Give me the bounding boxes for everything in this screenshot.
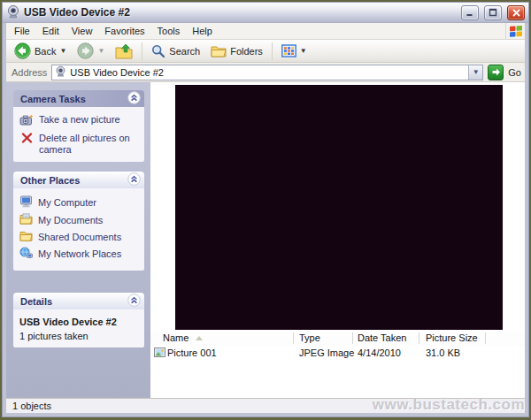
- back-button[interactable]: Back ▼: [10, 41, 71, 62]
- place-label[interactable]: My Network Places: [38, 248, 121, 260]
- folders-label: Folders: [230, 46, 263, 57]
- forward-dropdown-caret[interactable]: ▼: [97, 48, 104, 55]
- views-dropdown-caret[interactable]: ▼: [300, 48, 307, 55]
- address-camera-icon: [55, 65, 66, 79]
- go-label: Go: [508, 67, 521, 78]
- camera-preview: [175, 85, 503, 330]
- cell-date-taken: 4/14/2010: [358, 347, 401, 358]
- column-separator[interactable]: [485, 332, 486, 344]
- link-my-network-places[interactable]: My Network Places: [19, 247, 141, 262]
- folders-button[interactable]: Folders: [206, 41, 267, 62]
- forward-arrow-icon: [77, 42, 94, 59]
- documents-folder-icon: [19, 213, 33, 227]
- forward-button[interactable]: ▼: [73, 41, 109, 62]
- camera-icon: [19, 114, 34, 126]
- camera-tasks-header[interactable]: Camera Tasks: [13, 90, 144, 107]
- column-header-picture-size[interactable]: Picture Size: [426, 332, 478, 343]
- column-separator[interactable]: [293, 332, 294, 344]
- address-value: USB Video Device #2: [70, 67, 164, 78]
- maximize-button[interactable]: [484, 5, 502, 20]
- folders-icon: [211, 44, 227, 57]
- place-label[interactable]: Shared Documents: [38, 232, 121, 243]
- sort-ascending-icon: [196, 336, 203, 340]
- go-button[interactable]: [488, 65, 504, 80]
- menu-help[interactable]: Help: [186, 23, 219, 39]
- toolbar-separator: [142, 42, 142, 60]
- address-bar: Address USB Video Device #2 ▼: [6, 63, 525, 82]
- views-grid-icon: [281, 44, 296, 57]
- toolbar-separator: [272, 42, 273, 60]
- column-separator[interactable]: [352, 332, 353, 344]
- menu-favorites[interactable]: Favorites: [98, 23, 150, 39]
- search-button[interactable]: Search: [147, 41, 204, 62]
- go-arrow-icon: [491, 67, 501, 77]
- picture-file-icon: [154, 347, 165, 359]
- menu-bar: File Edit View Favorites Tools Help: [6, 23, 525, 40]
- watermark-text: www.bustatech.com: [373, 396, 525, 414]
- other-places-panel: Other Places: [13, 172, 144, 271]
- place-label[interactable]: My Documents: [38, 215, 103, 226]
- back-label: Back: [35, 46, 56, 57]
- other-places-title: Other Places: [20, 175, 80, 186]
- screenshot-root: USB Video Device #2 File Edit View Favor…: [0, 0, 531, 420]
- task-take-new-picture[interactable]: Take a new picture: [19, 114, 141, 126]
- chevron-up-icon[interactable]: [127, 91, 141, 106]
- column-header-type[interactable]: Type: [299, 332, 320, 343]
- back-arrow-icon: [14, 42, 31, 59]
- table-row[interactable]: Picture 001 JPEG Image 4/14/2010 31.0 KB: [150, 347, 525, 360]
- task-delete-all-pictures[interactable]: Delete all pictures on camera: [19, 133, 141, 156]
- status-bar: 1 objects www.bustatech.com: [6, 398, 525, 413]
- chevron-up-icon[interactable]: [127, 172, 141, 187]
- column-header-date-taken[interactable]: Date Taken: [358, 332, 406, 343]
- back-dropdown-caret[interactable]: ▼: [59, 48, 66, 55]
- close-button[interactable]: [507, 5, 525, 20]
- details-picture-count: 1 pictures taken: [19, 331, 141, 341]
- cell-name[interactable]: Picture 001: [167, 347, 217, 358]
- explorer-window: USB Video Device #2 File Edit View Favor…: [2, 2, 529, 417]
- toolbar: Back ▼ ▼: [6, 40, 525, 63]
- search-label: Search: [169, 46, 200, 57]
- link-my-documents[interactable]: My Documents: [19, 213, 141, 227]
- computer-icon: [19, 195, 33, 210]
- details-title: Details: [20, 296, 52, 307]
- column-header-name[interactable]: Name: [163, 332, 203, 343]
- folder-view: Name Type Date Taken Pictu: [150, 82, 525, 398]
- camera-tasks-body: Take a new picture Delete all pictures o…: [13, 107, 144, 162]
- menu-view[interactable]: View: [65, 23, 99, 39]
- cell-type: JPEG Image: [299, 347, 354, 358]
- details-body: USB Video Device #2 1 pictures taken: [13, 309, 144, 347]
- views-button[interactable]: ▼: [277, 41, 312, 62]
- content-area: Camera Tasks: [6, 82, 525, 398]
- task-pane-sidebar: Camera Tasks: [6, 82, 150, 398]
- window-camera-icon: [6, 4, 20, 20]
- delete-x-icon: [19, 133, 34, 143]
- other-places-body: My Computer: [13, 188, 144, 271]
- place-label[interactable]: My Computer: [38, 197, 96, 209]
- status-object-count: 1 objects: [12, 401, 51, 411]
- search-icon: [151, 44, 165, 58]
- task-label[interactable]: Take a new picture: [39, 114, 120, 126]
- windows-logo-icon: [505, 23, 525, 39]
- link-my-computer[interactable]: My Computer: [19, 195, 141, 210]
- menu-tools[interactable]: Tools: [151, 23, 187, 39]
- title-bar[interactable]: USB Video Device #2: [3, 3, 528, 23]
- menu-file[interactable]: File: [8, 23, 36, 39]
- link-shared-documents[interactable]: Shared Documents: [19, 230, 141, 244]
- camera-tasks-panel: Camera Tasks: [13, 90, 144, 162]
- window-title: USB Video Device #2: [24, 6, 456, 19]
- cell-picture-size: 31.0 KB: [426, 347, 460, 358]
- menu-edit[interactable]: Edit: [36, 23, 65, 39]
- chevron-up-icon[interactable]: [127, 294, 141, 309]
- up-button[interactable]: [111, 41, 137, 62]
- other-places-header[interactable]: Other Places: [13, 172, 144, 188]
- minimize-button[interactable]: [461, 5, 479, 20]
- address-label: Address: [12, 67, 47, 78]
- column-separator[interactable]: [419, 332, 419, 344]
- up-folder-icon: [115, 43, 133, 59]
- camera-tasks-title: Camera Tasks: [20, 94, 86, 104]
- details-header[interactable]: Details: [13, 293, 144, 309]
- address-combo[interactable]: USB Video Device #2 ▼: [51, 65, 483, 80]
- task-label[interactable]: Delete all pictures on camera: [39, 133, 141, 156]
- address-dropdown-button[interactable]: ▼: [468, 65, 482, 80]
- list-column-headers: Name Type Date Taken Pictu: [150, 332, 525, 346]
